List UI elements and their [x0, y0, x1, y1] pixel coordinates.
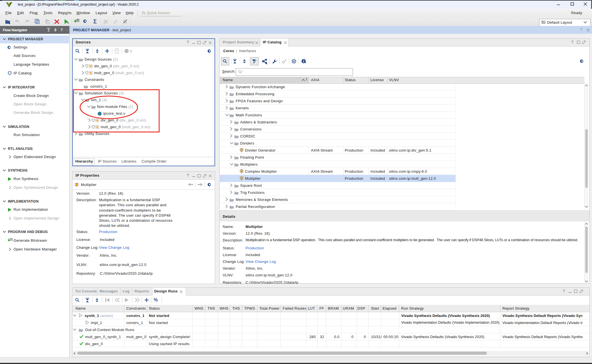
svg-text:?: ?	[116, 49, 118, 53]
svg-text:10: 10	[77, 20, 79, 22]
